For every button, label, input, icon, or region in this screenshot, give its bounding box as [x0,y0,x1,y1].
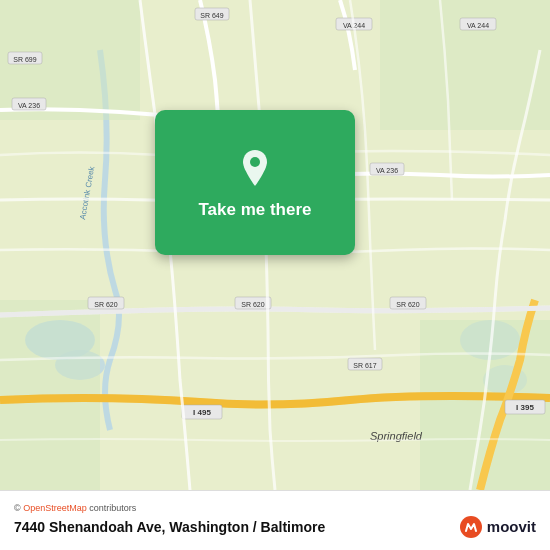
address-row: 7440 Shenandoah Ave, Washington / Baltim… [14,515,536,539]
svg-text:SR 620: SR 620 [241,301,264,308]
moovit-logo-icon [459,515,483,539]
take-me-there-label: Take me there [198,200,311,220]
svg-text:VA 244: VA 244 [467,22,489,29]
address-title: 7440 Shenandoah Ave, Washington / Baltim… [14,519,459,535]
location-pin-icon [233,146,277,190]
attribution-row: © OpenStreetMap contributors [14,503,536,513]
osm-link[interactable]: OpenStreetMap [23,503,87,513]
svg-text:SR 620: SR 620 [94,301,117,308]
svg-text:VA 236: VA 236 [376,167,398,174]
svg-text:I 395: I 395 [516,403,534,412]
map-container: Accotink Creek I 495 I 395 SR 620 SR 620… [0,0,550,490]
moovit-logo: moovit [459,515,536,539]
bottom-content: © OpenStreetMap contributors 7440 Shenan… [14,503,536,539]
svg-point-35 [250,157,260,167]
osm-attribution: © OpenStreetMap contributors [14,503,136,513]
svg-text:SR 699: SR 699 [13,56,36,63]
bottom-bar: © OpenStreetMap contributors 7440 Shenan… [0,490,550,550]
svg-text:VA 236: VA 236 [18,102,40,109]
svg-text:SR 617: SR 617 [353,362,376,369]
take-me-there-card[interactable]: Take me there [155,110,355,255]
moovit-brand-text: moovit [487,518,536,535]
svg-point-36 [460,516,482,538]
svg-text:I 495: I 495 [193,408,211,417]
svg-text:SR 620: SR 620 [396,301,419,308]
svg-text:SR 649: SR 649 [200,12,223,19]
